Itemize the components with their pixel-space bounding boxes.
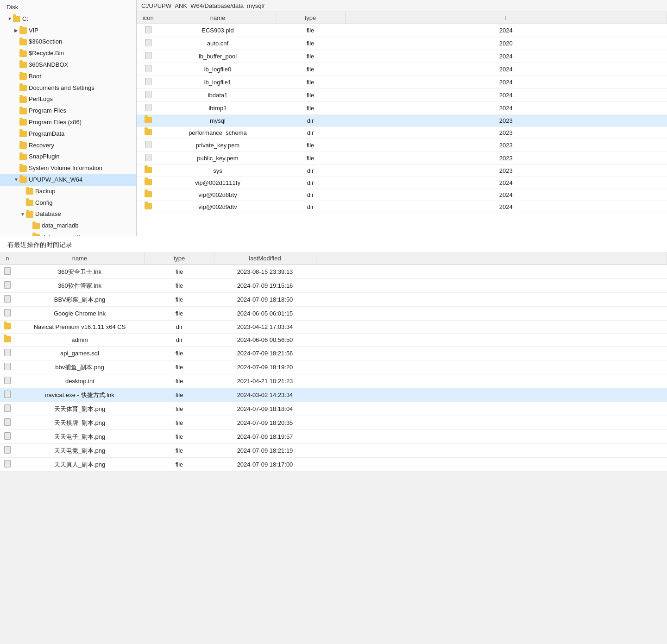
col-header-type: type <box>276 12 345 24</box>
list-item[interactable]: admindir2024-06-06 00:56:50 <box>0 334 667 347</box>
file-name: mysql <box>160 115 276 127</box>
file-name: sys <box>160 165 276 177</box>
tree-item-360sandbox[interactable]: 360SANDBOX <box>0 59 136 71</box>
list-item[interactable]: 天天体育_副本.pngfile2024-07-09 18:18:04 <box>0 402 667 416</box>
list-item-name: api_games.sql <box>15 347 145 360</box>
table-row[interactable]: ib_logfile0file2024 <box>137 63 667 76</box>
list-item-lastmodified: 2024-07-09 18:17:00 <box>214 458 316 472</box>
folder-icon <box>19 39 27 45</box>
table-row[interactable]: ib_buffer_poolfile2024 <box>137 50 667 63</box>
table-row[interactable]: auto.cnffile2020 <box>137 37 667 50</box>
tree-item-config[interactable]: Config <box>0 197 136 209</box>
list-item-type: dir <box>145 334 214 347</box>
bcol-extra <box>316 252 667 265</box>
folder-icon <box>19 108 27 114</box>
file-icon <box>145 39 151 46</box>
list-item-lastmodified: 2021-04-21 10:21:23 <box>214 374 316 388</box>
list-item-name: 天天电子_副本.png <box>15 430 145 444</box>
list-item[interactable]: Google Chrome.lnkfile2024-06-05 06:01:15 <box>0 307 667 321</box>
tree-item-label: Database <box>35 209 61 219</box>
file-date: 2023 <box>345 115 667 127</box>
list-item-type: dir <box>145 321 214 334</box>
list-item[interactable]: Navicat Premium v16.1.11 x64 CSdir2023-0… <box>0 321 667 334</box>
tree-item-programfilesx86[interactable]: Program Files (x86) <box>0 117 136 128</box>
col-header-name: name <box>160 12 276 24</box>
tree-item-datamariadb[interactable]: data_mariadb <box>0 220 136 232</box>
list-item[interactable]: 天天棋牌_副本.pngfile2024-07-09 18:20:35 <box>0 416 667 430</box>
table-row[interactable]: public_key.pemfile2023 <box>137 152 667 165</box>
table-row[interactable]: performance_schemadir2023 <box>137 127 667 139</box>
folder-icon <box>19 73 27 80</box>
file-icon <box>145 104 151 111</box>
tree-item-360section[interactable]: $360Section <box>0 36 136 48</box>
tree-item-database[interactable]: ▼Database <box>0 208 136 220</box>
table-row[interactable]: vip@002d1111tydir2024 <box>137 177 667 189</box>
file-icon <box>145 154 151 161</box>
tree-item-c[interactable]: ▼C: <box>0 13 136 25</box>
list-item[interactable]: 360软件管家.lnkfile2024-07-09 19:15:16 <box>0 279 667 293</box>
file-icon <box>4 404 11 412</box>
tree-item-programdata[interactable]: ProgramData <box>0 128 136 140</box>
tree-item-systemvol[interactable]: System Volume Information <box>0 163 136 174</box>
tree-item-backup[interactable]: Backup <box>0 186 136 197</box>
list-item-name: Google Chrome.lnk <box>15 307 145 321</box>
tree-arrow-icon: ▼ <box>13 176 19 183</box>
list-item-lastmodified: 2024-07-09 18:21:56 <box>214 347 316 360</box>
list-item[interactable]: 天天电子_副本.pngfile2024-07-09 18:19:57 <box>0 430 667 444</box>
file-name: ib_logfile1 <box>160 76 276 89</box>
file-date: 2023 <box>345 152 667 165</box>
tree-item-programfiles[interactable]: Program Files <box>0 105 136 117</box>
table-row[interactable]: vip@002d8btydir2024 <box>137 189 667 201</box>
col-header-icon: icon <box>137 12 160 24</box>
tree-item-perflogs[interactable]: PerfLogs <box>0 94 136 105</box>
tree-item-recycle[interactable]: $Recycle.Bin <box>0 48 136 59</box>
tree-item-upupw[interactable]: ▼UPUPW_ANK_W64 <box>0 174 136 186</box>
folder-icon <box>26 188 33 195</box>
list-item[interactable]: 天天真人_副本.pngfile2024-07-09 18:17:00 <box>0 458 667 472</box>
list-item[interactable]: api_games.sqlfile2024-07-09 18:21:56 <box>0 347 667 360</box>
file-name: ibtmp1 <box>160 102 276 115</box>
tree-item-datamongodb[interactable]: data_mongodb <box>0 232 136 236</box>
tree-item-recovery[interactable]: Recovery <box>0 140 136 152</box>
tree-item-label: Documents and Settings <box>29 83 94 93</box>
folder-icon <box>145 117 152 123</box>
table-row[interactable]: sysdir2023 <box>137 165 667 177</box>
folder-icon <box>19 177 27 183</box>
folder-icon <box>145 167 152 173</box>
table-row[interactable]: ibdata1file2024 <box>137 89 667 102</box>
file-date: 2024 <box>345 76 667 89</box>
folder-icon <box>26 200 33 206</box>
list-item[interactable]: navicat.exe - 快捷方式.lnkfile2024-03-02 14:… <box>0 388 667 402</box>
table-row[interactable]: private_key.pemfile2023 <box>137 139 667 152</box>
list-item[interactable]: 天天电竞_副本.pngfile2024-07-09 18:21:19 <box>0 444 667 458</box>
list-item[interactable]: 360安全卫士.lnkfile2023-08-15 23:39:13 <box>0 265 667 279</box>
tree-item-boot[interactable]: Boot <box>0 71 136 82</box>
tree-item-vip[interactable]: ▶VIP <box>0 25 136 37</box>
tree-item-docssettings[interactable]: Documents and Settings <box>0 82 136 94</box>
file-name: auto.cnf <box>160 37 276 50</box>
list-item-type: file <box>145 416 214 430</box>
list-item-type: file <box>145 279 214 293</box>
file-type: dir <box>276 115 345 127</box>
file-type: dir <box>276 189 345 201</box>
list-item-lastmodified: 2024-03-02 14:23:34 <box>214 388 316 402</box>
list-item[interactable]: desktop.inifile2021-04-21 10:21:23 <box>0 374 667 388</box>
tree-item-snapplugin[interactable]: SnapPlugin <box>0 151 136 163</box>
table-row[interactable]: ibtmp1file2024 <box>137 102 667 115</box>
folder-icon <box>4 336 11 342</box>
table-row[interactable]: mysqldir2023 <box>137 115 667 127</box>
list-item-name: navicat.exe - 快捷方式.lnk <box>15 388 145 402</box>
list-item-name: BBV彩票_副本.png <box>15 293 145 307</box>
list-item-lastmodified: 2024-07-09 18:18:50 <box>214 293 316 307</box>
tree-item-disk[interactable]: Disk <box>0 2 136 13</box>
list-item[interactable]: BBV彩票_副本.pngfile2024-07-09 18:18:50 <box>0 293 667 307</box>
table-row[interactable]: ib_logfile1file2024 <box>137 76 667 89</box>
table-row[interactable]: vip@002d9dtvdir2024 <box>137 201 667 213</box>
table-row[interactable]: ECS903.pidfile2024 <box>137 24 667 37</box>
col-header-date: l <box>345 12 667 24</box>
list-item[interactable]: bbv捕鱼_副本.pngfile2024-07-09 18:19:20 <box>0 360 667 374</box>
folder-icon <box>145 179 152 185</box>
tree-panel: Disk▼C:▶VIP$360Section$Recycle.Bin360SAN… <box>0 0 137 236</box>
folder-icon <box>32 234 40 236</box>
file-name: ibdata1 <box>160 89 276 102</box>
